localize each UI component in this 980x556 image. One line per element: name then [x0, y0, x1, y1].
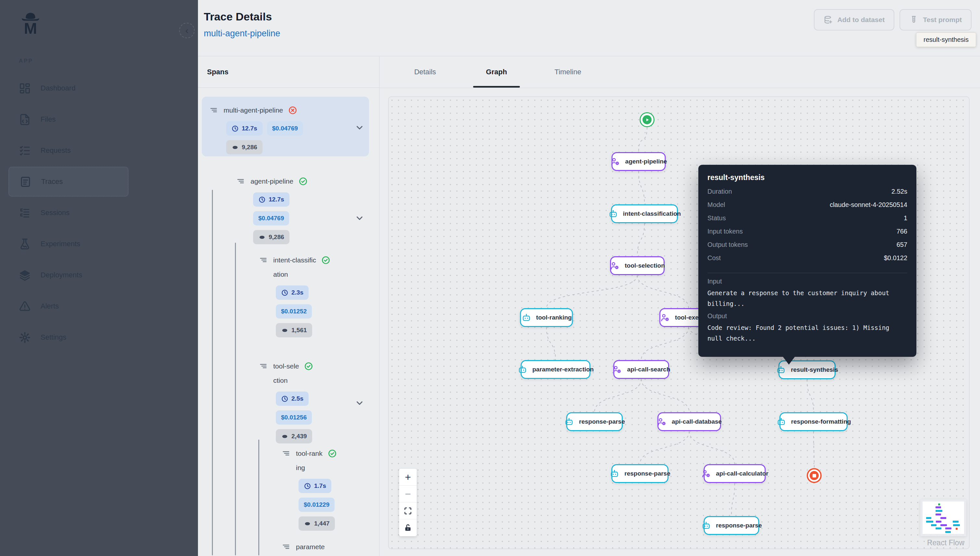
zoom-in-button[interactable]: +	[399, 469, 417, 486]
graph-node-response-parse-2[interactable]: response-parse	[611, 464, 668, 483]
graph-node-label: intent-classification	[623, 210, 681, 217]
sidebar-collapse-button[interactable]: ‹	[179, 23, 195, 38]
tooltip-row: Modelclaude-sonnet-4-20250514	[707, 201, 907, 215]
robot-icon	[517, 365, 527, 375]
spans-tree: multi-agent-pipeline12.7s$0.047699,286ag…	[198, 88, 379, 555]
graph-node-label: response-formatting	[791, 418, 851, 425]
chevron-down-icon[interactable]	[355, 123, 364, 133]
tokens-coin-icon	[281, 326, 288, 334]
graph-node-label: response-parse	[579, 418, 625, 425]
span-tree-item[interactable]: tool-ranking1.7s$0.012291,447	[282, 446, 369, 531]
tokens-coin-icon	[258, 234, 266, 241]
tab-graph[interactable]: Graph	[461, 57, 532, 87]
span-badges: 12.7s$0.047699,286	[253, 192, 310, 244]
graph-node-tool-ranking[interactable]: tool-ranking	[520, 308, 573, 327]
duration-badge-value: 1.7s	[314, 482, 326, 490]
stop-icon	[810, 471, 819, 480]
fit-view-button[interactable]	[399, 503, 417, 519]
minimap[interactable]	[920, 499, 966, 536]
sidebar-item-requests[interactable]: Requests	[0, 135, 198, 166]
chevron-down-icon[interactable]	[355, 398, 364, 408]
sidebar-item-files[interactable]: Files	[0, 104, 198, 135]
span-badges: 2.3s$0.012521,561	[276, 286, 333, 337]
zoom-out-button[interactable]: −	[399, 486, 417, 503]
status-success-icon	[299, 177, 307, 186]
graph-node-response-parse-1[interactable]: response-parse	[566, 412, 623, 431]
sidebar-item-sessions[interactable]: Sessions	[0, 197, 198, 228]
tab-timeline[interactable]: Timeline	[532, 57, 603, 87]
span-name: multi-agent-pipeline	[223, 103, 283, 118]
experiments-icon	[19, 238, 31, 250]
agent-gear-icon	[610, 261, 620, 271]
cost-badge: $0.04769	[253, 211, 289, 225]
graph-node-api-call-calculator[interactable]: api-call-calculator	[704, 464, 766, 483]
chevron-down-icon[interactable]	[355, 213, 364, 223]
graph-node-api-call-search[interactable]: api-call-search	[613, 360, 669, 379]
graph-node-agent-pipeline[interactable]: agent-pipeline	[612, 152, 666, 171]
files-icon	[19, 113, 31, 126]
robot-icon	[608, 209, 618, 219]
sidebar-item-label: Requests	[40, 146, 71, 155]
cost-badge-value: $0.04769	[258, 215, 284, 222]
span-tree-item[interactable]: multi-agent-pipeline12.7s$0.047699,286	[202, 97, 369, 156]
tokens-badge-value: 2,439	[291, 433, 307, 440]
end-node[interactable]	[807, 468, 822, 483]
lock-button[interactable]	[399, 519, 417, 536]
minimap-node	[936, 520, 941, 523]
sidebar-item-experiments[interactable]: Experiments	[0, 228, 198, 260]
sidebar-section-label: APP	[19, 58, 33, 64]
tree-guide-line	[212, 190, 213, 555]
graph-canvas[interactable]: agent-pipelineintent-classificationtool-…	[388, 96, 970, 549]
duration-badge: 12.7s	[253, 192, 289, 207]
span-badges: 12.7s$0.047699,286	[226, 121, 340, 154]
add-to-dataset-button[interactable]: Add to dataset	[814, 9, 894, 31]
edge-result-synthesis-to-response-formatting	[807, 379, 813, 412]
content-row: Spans multi-agent-pipeline12.7s$0.047699…	[198, 57, 980, 556]
tooltip-row: Status1	[707, 215, 907, 228]
graph-node-parameter-extraction[interactable]: parameter-extraction	[521, 360, 590, 379]
lock-icon	[404, 524, 412, 532]
edge-api-call-calculator-to-response-parse-3	[731, 483, 735, 516]
span-tree-item[interactable]: paramete	[282, 540, 369, 554]
span-tree-item[interactable]: intent-classification2.3s$0.012521,561	[259, 253, 369, 337]
sidebar-item-traces[interactable]: Traces	[8, 167, 128, 197]
sidebar-item-label: Settings	[40, 333, 66, 341]
main-area: Trace Details multi-agent-pipeline Add t…	[198, 0, 980, 556]
minimap-node	[953, 524, 960, 526]
cost-badge: $0.01252	[276, 304, 312, 318]
start-node[interactable]	[640, 112, 655, 127]
span-tree-item[interactable]: tool-selection2.5s$0.012562,439	[259, 359, 369, 443]
zoom-in-icon: +	[405, 472, 411, 482]
spans-panel-title: Spans	[198, 57, 379, 88]
graph-node-tool-selection[interactable]: tool-selection	[610, 256, 665, 275]
robot-icon	[564, 417, 574, 427]
sidebar-item-dashboard[interactable]: Dashboard	[0, 73, 198, 104]
graph-node-intent-classification[interactable]: intent-classification	[611, 204, 678, 223]
app-logo-icon: M	[18, 10, 43, 36]
test-prompt-button[interactable]: Test prompt	[899, 9, 972, 31]
input-text: Generate a response to the customer inqu…	[707, 288, 907, 309]
tooltip-row-value: 766	[897, 228, 907, 235]
robot-icon	[776, 417, 786, 427]
tokens-coin-icon	[304, 520, 311, 527]
graph-node-response-parse-3[interactable]: response-parse	[704, 516, 759, 535]
trace-name-link[interactable]: multi-agent-pipeline	[204, 29, 280, 39]
tooltip-row-value: $0.0122	[884, 254, 907, 262]
sidebar-item-alerts[interactable]: Alerts	[0, 291, 198, 322]
graph-node-response-formatting[interactable]: response-formatting	[779, 412, 847, 431]
span-tree-item[interactable]: agent-pipeline12.7s$0.047699,286	[236, 174, 369, 244]
graph-node-api-call-database[interactable]: api-call-database	[657, 412, 721, 431]
graph-node-label: api-call-database	[672, 418, 722, 425]
tooltip-row-label: Output tokens	[707, 241, 748, 249]
sidebar-item-deployments[interactable]: Deployments	[0, 260, 198, 291]
tooltip-row-value: 657	[897, 241, 907, 249]
graph-node-label: tool-selection	[625, 262, 665, 269]
sidebar-item-settings[interactable]: Settings	[0, 322, 198, 353]
cost-badge-value: $0.01252	[281, 308, 307, 315]
span-tree-icon	[236, 177, 245, 186]
minimap-node	[945, 527, 951, 529]
status-error-icon	[288, 106, 297, 115]
span-title-row: agent-pipeline	[236, 174, 369, 189]
zoom-controls: +−	[399, 469, 417, 536]
tab-details[interactable]: Details	[390, 57, 461, 87]
